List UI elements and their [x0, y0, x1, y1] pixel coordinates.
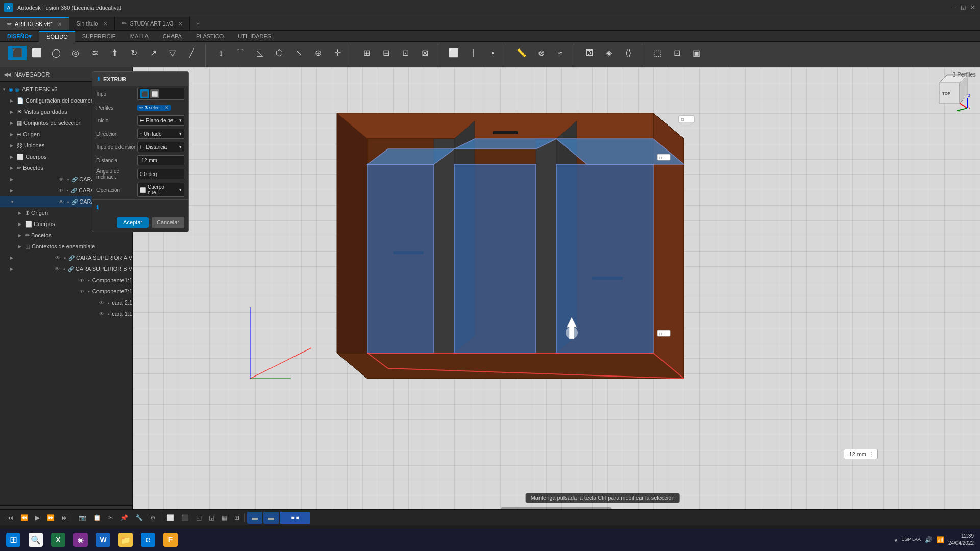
tree-item-cara2[interactable]: 👁 ▪ cara 2:1: [0, 297, 132, 308]
select-window-button[interactable]: ▣: [687, 46, 705, 60]
mode-dropdown[interactable]: DISEÑO ▾: [0, 31, 39, 42]
files-app[interactable]: 📁: [114, 530, 137, 550]
mod-chamfer-button[interactable]: ◺: [251, 46, 269, 60]
tipo-surface-icon[interactable]: ⬜: [150, 89, 159, 98]
tree-eye-icon[interactable]: 👁: [58, 188, 63, 193]
insertar-canvas-button[interactable]: 🖼: [580, 46, 599, 60]
tipo-solid-icon[interactable]: ⬛: [140, 89, 149, 98]
tool-7[interactable]: ⬜: [163, 512, 177, 524]
tree-eye-icon[interactable]: 👁: [79, 278, 84, 283]
create-torus-button[interactable]: ◎: [66, 46, 85, 60]
systray-up-arrow[interactable]: ∧: [894, 537, 898, 543]
ribbon-tab-solido[interactable]: SÓLIDO: [39, 31, 75, 42]
mod-shell-button[interactable]: ⬡: [270, 46, 288, 60]
tool-5[interactable]: 🔧: [132, 512, 146, 524]
tab-close-button[interactable]: ✕: [178, 21, 182, 27]
main-viewport[interactable]: □ □ □ TOP Z X Y: [133, 67, 980, 525]
tool-active-1[interactable]: ▬: [247, 512, 262, 524]
minimize-button[interactable]: ─: [950, 4, 958, 11]
create-loft-button[interactable]: ▽: [163, 46, 182, 60]
search-button[interactable]: 🔍: [24, 530, 47, 550]
tab-study-art[interactable]: ✏ STUDY ART 1.v3 ✕: [115, 17, 190, 30]
tool-12[interactable]: ⊞: [231, 512, 242, 524]
restore-button[interactable]: ◱: [960, 4, 967, 11]
mod-scale-button[interactable]: ⤡: [289, 46, 308, 60]
tree-item-cara-sup-a[interactable]: ▶ 👁 ▪ 🔗 CARA SUPERIOR A V: [0, 252, 132, 263]
tree-eye-icon[interactable]: 👁: [59, 177, 64, 182]
tree-eye-icon[interactable]: 👁: [99, 311, 104, 317]
direccion-dropdown[interactable]: ↕ Un lado ▾: [137, 129, 184, 139]
distancia-input[interactable]: -12 mm: [137, 155, 184, 165]
window-controls[interactable]: ─ ◱ ✕: [950, 4, 976, 11]
select-through-button[interactable]: ⊡: [668, 46, 686, 60]
tool-9[interactable]: ◱: [193, 512, 205, 524]
construir-point-button[interactable]: •: [483, 46, 502, 60]
perfiles-clear-button[interactable]: ✕: [165, 105, 169, 110]
ribbon-tab-plastico[interactable]: PLÁSTICO: [189, 31, 231, 42]
tree-item-comp7[interactable]: 👁 ▪ Componente7:1: [0, 286, 132, 297]
operacion-dropdown[interactable]: ⬜ Cuerpo nue... ▾: [137, 183, 184, 197]
ensamblar-joint-button[interactable]: ⊞: [357, 46, 376, 60]
construir-axis-button[interactable]: |: [464, 46, 482, 60]
inicio-dropdown[interactable]: ⊢ Plano de pe... ▾: [137, 115, 184, 126]
insertar-svg-button[interactable]: ⟨⟩: [619, 46, 638, 60]
excel-app[interactable]: X: [47, 530, 69, 550]
start-button[interactable]: ⊞: [2, 530, 24, 550]
tool-1[interactable]: 📷: [76, 512, 89, 524]
systray-datetime[interactable]: 12:39 24/04/2022: [948, 533, 974, 547]
create-box-button[interactable]: ⬛: [8, 46, 27, 60]
fusion-app[interactable]: F: [159, 530, 182, 550]
tab-art-desk[interactable]: ✏ ART DESK v6* ✕: [0, 17, 69, 30]
create-sweep-button[interactable]: ↗: [144, 46, 162, 60]
playback-play-button[interactable]: ▶: [32, 512, 43, 524]
inspect-measure-button[interactable]: 📏: [512, 46, 531, 60]
systray-lang[interactable]: ESP LAA: [902, 537, 921, 543]
construir-plane-button[interactable]: ⬜: [445, 46, 463, 60]
accept-button[interactable]: Aceptar: [117, 217, 149, 228]
playback-prev-button[interactable]: ⏪: [17, 512, 31, 524]
tree-item-cara-sup-b[interactable]: ▶ 👁 ▪ 🔗 CARA SUPERIOR B V: [0, 263, 132, 274]
inspect-interference-button[interactable]: ⊗: [532, 46, 550, 60]
perfiles-badge[interactable]: ✏ 3 selec... ✕: [137, 105, 171, 111]
angulo-input[interactable]: 0.0 deg: [137, 169, 184, 179]
systray-volume[interactable]: 🔊: [925, 536, 933, 543]
tool-10[interactable]: ◲: [206, 512, 217, 524]
select-mode-button[interactable]: ⬚: [648, 46, 667, 60]
close-button[interactable]: ✕: [969, 4, 976, 11]
tree-item-comp1[interactable]: 👁 ▪ Componente1:1: [0, 274, 132, 286]
mod-move-button[interactable]: ✛: [328, 46, 347, 60]
ensamblar-rigid-button[interactable]: ⊟: [377, 46, 395, 60]
playback-next-button[interactable]: ⏩: [44, 512, 58, 524]
ensamblar-planar-button[interactable]: ⊠: [415, 46, 434, 60]
tool-8[interactable]: ⬛: [178, 512, 192, 524]
tab-close-button[interactable]: ✕: [103, 21, 107, 27]
tree-eye-icon[interactable]: 👁: [79, 289, 84, 294]
insertar-decal-button[interactable]: ◈: [600, 46, 618, 60]
tree-item-contextos[interactable]: ▶ ◫ Contextos de ensamblaje: [0, 241, 132, 252]
tree-eye-icon[interactable]: 👁: [55, 266, 60, 272]
dimension-menu-icon[interactable]: ⋮: [868, 450, 874, 458]
tool-11[interactable]: ▦: [218, 512, 230, 524]
tool-2[interactable]: 📋: [90, 512, 104, 524]
nav-collapse-left[interactable]: ◀◀: [4, 72, 11, 77]
mod-fillet-button[interactable]: ⌒: [231, 46, 250, 60]
create-rib-button[interactable]: ╱: [183, 46, 201, 60]
playback-start-button[interactable]: ⏮: [4, 512, 16, 524]
ensamblar-tangent-button[interactable]: ⊡: [396, 46, 414, 60]
tool-active-3[interactable]: ■ ■: [280, 512, 310, 524]
create-sphere-button[interactable]: ◯: [47, 46, 65, 60]
browser-app[interactable]: ◉: [69, 530, 92, 550]
cancel-button[interactable]: Cancelar: [152, 217, 184, 228]
inspect-curvature-button[interactable]: ≈: [551, 46, 570, 60]
view-cube[interactable]: TOP Z X Y: [929, 72, 970, 113]
word-app[interactable]: W: [92, 530, 114, 550]
mod-combine-button[interactable]: ⊕: [309, 46, 327, 60]
playback-end-button[interactable]: ⏭: [59, 512, 71, 524]
create-revolve-button[interactable]: ↻: [125, 46, 143, 60]
tool-active-2[interactable]: ▬: [263, 512, 279, 524]
tab-sin-titulo[interactable]: Sin título ✕: [69, 17, 115, 30]
tool-3[interactable]: ✂: [105, 512, 116, 524]
ribbon-tab-malla[interactable]: MALLA: [123, 31, 156, 42]
tree-item-cara1[interactable]: 👁 ▪ cara 1:1: [0, 308, 132, 319]
tree-eye-icon[interactable]: 👁: [59, 199, 64, 205]
